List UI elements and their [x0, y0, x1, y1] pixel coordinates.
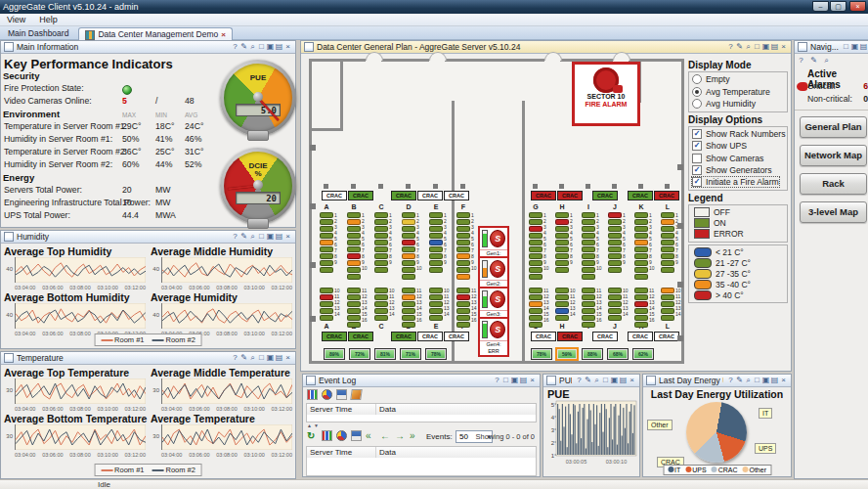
rack-unit[interactable]: [555, 288, 569, 293]
rack-unit[interactable]: [555, 219, 569, 225]
edit-icon[interactable]: ✎: [809, 55, 818, 67]
crac-unit-on[interactable]: CRAC: [348, 191, 373, 200]
rack-unit[interactable]: [402, 246, 415, 252]
rack-unit[interactable]: [402, 253, 415, 259]
rack-unit[interactable]: [634, 267, 648, 273]
checkbox-show-generators[interactable]: ✓Show Generators: [692, 165, 772, 175]
rack-unit[interactable]: [582, 288, 595, 293]
chart-icon[interactable]: [307, 389, 318, 400]
rack-unit[interactable]: [429, 308, 443, 314]
rack-unit[interactable]: [456, 253, 470, 259]
rack-unit[interactable]: [529, 294, 542, 300]
radio-icon[interactable]: [692, 74, 702, 84]
rack-unit[interactable]: [634, 226, 648, 232]
rack-unit[interactable]: [555, 212, 569, 218]
rack-unit[interactable]: [347, 267, 361, 273]
window-icon[interactable]: □: [257, 352, 266, 364]
help-icon[interactable]: ?: [726, 375, 735, 386]
crac-unit-on[interactable]: CRAC: [322, 332, 347, 341]
rack-unit[interactable]: [347, 274, 361, 280]
close-icon[interactable]: ×: [283, 41, 292, 53]
tab-0[interactable]: Main Dashboard: [2, 27, 74, 40]
rack-unit[interactable]: [320, 288, 333, 293]
rack-unit[interactable]: [634, 260, 648, 266]
help-icon[interactable]: ?: [797, 55, 805, 67]
search-icon[interactable]: ⌕: [822, 55, 831, 67]
prev-page-icon[interactable]: ←: [380, 430, 390, 441]
rack-unit[interactable]: [634, 288, 648, 293]
float-icon[interactable]: ▣: [610, 375, 619, 386]
rack-unit[interactable]: [608, 308, 622, 314]
rack-unit[interactable]: [661, 294, 674, 300]
column-server-time[interactable]: Server Time: [307, 447, 376, 458]
pie-icon[interactable]: [322, 389, 332, 400]
rack-unit[interactable]: [320, 315, 333, 321]
rack-unit[interactable]: [320, 226, 333, 232]
rack-unit[interactable]: [347, 240, 361, 245]
rack-unit[interactable]: [661, 246, 674, 252]
rack-unit[interactable]: [374, 253, 388, 259]
rack-unit[interactable]: [347, 308, 361, 314]
ups-unit[interactable]: 59%: [556, 348, 578, 360]
rack-unit[interactable]: [661, 308, 674, 314]
rack-unit[interactable]: [608, 219, 622, 225]
rack-unit[interactable]: [320, 212, 333, 218]
clean-icon[interactable]: [350, 389, 363, 400]
rack-unit[interactable]: [456, 315, 470, 321]
rack-unit[interactable]: [582, 226, 595, 232]
external-icon[interactable]: ▤: [275, 41, 283, 53]
rack-unit[interactable]: [529, 240, 542, 245]
checkbox-icon[interactable]: ✓: [692, 165, 702, 175]
rack-unit[interactable]: [402, 212, 415, 218]
help-icon[interactable]: ?: [231, 231, 239, 243]
next-page-icon[interactable]: →: [395, 430, 405, 441]
rack-unit[interactable]: [661, 253, 674, 259]
rack-unit[interactable]: [374, 315, 388, 321]
save-icon[interactable]: [351, 430, 362, 441]
rack-unit[interactable]: [529, 260, 542, 266]
rack-unit[interactable]: [661, 301, 674, 307]
rack-unit[interactable]: [347, 322, 361, 328]
rack-unit[interactable]: [529, 226, 542, 232]
rack-unit[interactable]: [661, 315, 674, 321]
rack-unit[interactable]: [320, 240, 333, 245]
rack-unit[interactable]: [456, 233, 470, 239]
ups-unit[interactable]: 78%: [425, 348, 447, 360]
pie-icon[interactable]: [336, 430, 347, 441]
edit-icon[interactable]: ✎: [735, 41, 744, 53]
edit-icon[interactable]: ✎: [239, 231, 248, 243]
crac-unit-on[interactable]: CRAC: [391, 332, 416, 341]
rack-unit[interactable]: [555, 240, 569, 245]
checkbox-initiate-a-fire-alarm[interactable]: ✓Initiate a Fire Alarm: [692, 177, 779, 187]
rack-unit[interactable]: [634, 246, 648, 252]
rack-unit[interactable]: [347, 212, 361, 218]
rack-unit[interactable]: [429, 219, 443, 225]
nav-button-network-map[interactable]: Network Map: [800, 145, 867, 166]
rack-unit[interactable]: [608, 240, 622, 245]
rack-unit[interactable]: [347, 253, 361, 259]
rack-unit[interactable]: [555, 253, 569, 259]
window-icon[interactable]: □: [842, 41, 850, 53]
rack-unit[interactable]: [347, 260, 361, 266]
rack-unit[interactable]: [555, 260, 569, 266]
window-icon[interactable]: □: [601, 375, 610, 386]
crac-unit-on[interactable]: CRAC: [348, 332, 373, 341]
external-icon[interactable]: ▤: [770, 375, 779, 386]
window-icon[interactable]: □: [753, 375, 761, 386]
rack-unit[interactable]: [582, 308, 595, 314]
rack-unit[interactable]: [661, 240, 674, 245]
rack-unit[interactable]: [529, 315, 542, 321]
rack-unit[interactable]: [608, 226, 622, 232]
rack-unit[interactable]: [529, 246, 542, 252]
rack-unit[interactable]: [347, 294, 361, 300]
rack-unit[interactable]: [555, 308, 569, 314]
table-body[interactable]: [306, 415, 537, 422]
rack-unit[interactable]: [661, 267, 674, 273]
rack-unit[interactable]: [661, 212, 674, 218]
rack-unit[interactable]: [456, 212, 470, 218]
rack-unit[interactable]: [582, 274, 595, 280]
rack-unit[interactable]: [429, 240, 443, 245]
rack-unit[interactable]: [456, 288, 470, 293]
column-server-time[interactable]: Server Time: [307, 404, 376, 415]
rack-unit[interactable]: [529, 274, 542, 280]
